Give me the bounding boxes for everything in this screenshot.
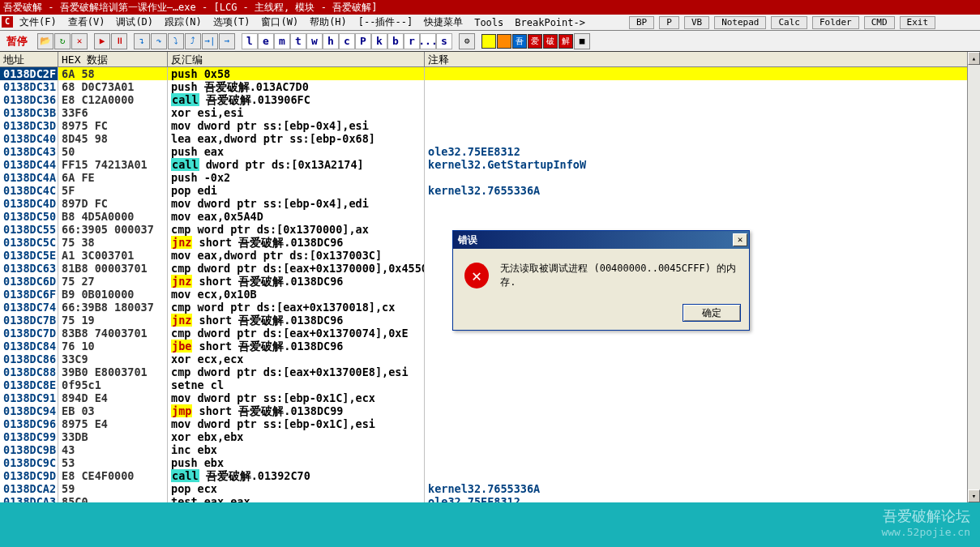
top-p-button[interactable]: P <box>659 16 679 29</box>
toolbar-letter-r[interactable]: r <box>404 33 420 49</box>
toolbar-extra-icon[interactable]: ■ <box>574 33 590 49</box>
disasm-row[interactable]: 0138DC8E0f95c1setne cl <box>0 378 980 391</box>
toolbar-tillret-icon[interactable]: →| <box>202 33 218 49</box>
disasm-row[interactable]: 0138DC2F6A 58push 0x58 <box>0 67 980 80</box>
disasm-row[interactable]: 0138DC3168 D0C73A01push 吾爱破解.013AC7D0 <box>0 80 980 93</box>
dialog-close-button[interactable]: ✕ <box>733 233 747 246</box>
top-vb-button[interactable]: VB <box>684 16 709 29</box>
cell-disasm: xor ebx,ebx <box>168 430 425 443</box>
toolbar-letter-e[interactable]: e <box>258 33 274 49</box>
disasm-row[interactable]: 0138DC4D897D FCmov dword ptr ss:[ebp-0x4… <box>0 197 980 210</box>
disasm-row[interactable]: 0138DC3D8975 FCmov dword ptr ss:[ebp-0x4… <box>0 119 980 132</box>
disasm-row[interactable]: 0138DC9933DBxor ebx,ebx <box>0 430 980 443</box>
menu-debug[interactable]: 调试(D) <box>111 15 158 29</box>
column-headers: 地址 HEX 数据 反汇编 注释 <box>0 52 980 67</box>
header-hex[interactable]: HEX 数据 <box>58 52 168 66</box>
toolbar-close-icon[interactable]: ✕ <box>71 33 88 49</box>
disasm-row[interactable]: 0138DC8476 10jbe short 吾爱破解.0138DC96 <box>0 340 980 353</box>
top-exit-button[interactable]: Exit <box>900 16 936 29</box>
menu-trace[interactable]: 跟踪(N) <box>160 15 207 29</box>
toolbar-traceover-icon[interactable]: ⤴ <box>185 33 201 49</box>
menu-plugins[interactable]: [--插件--] <box>353 15 417 29</box>
toolbar-run-icon[interactable]: ▶ <box>94 33 110 49</box>
cell-address: 0138DC8E <box>0 378 58 391</box>
disasm-row[interactable]: 0138DC408D45 98lea eax,dword ptr ss:[ebp… <box>0 132 980 145</box>
disasm-row[interactable]: 0138DC4A6A FEpush -0x2 <box>0 171 980 184</box>
top-folder-button[interactable]: Folder <box>812 16 859 29</box>
cell-disasm: inc ebx <box>168 443 425 456</box>
header-comment[interactable]: 注释 <box>425 52 980 66</box>
debug-status: 暂停 <box>3 34 31 49</box>
toolbar-color-5[interactable]: 破 <box>543 34 558 49</box>
toolbar-letter-h[interactable]: h <box>323 33 339 49</box>
disasm-row[interactable]: 0138DC4350push eaxole32.75EE8312 <box>0 145 980 158</box>
menu-options[interactable]: 选项(T) <box>208 15 255 29</box>
header-disasm[interactable]: 反汇编 <box>168 52 425 66</box>
toolbar-letter-w[interactable]: w <box>306 33 323 49</box>
cell-address: 0138DC50 <box>0 210 58 223</box>
disasm-row[interactable]: 0138DC8633C9xor ecx,ecx <box>0 353 980 365</box>
toolbar-color-4[interactable]: 爱 <box>528 34 542 49</box>
toolbar-stepinto-icon[interactable]: ↴ <box>134 33 150 49</box>
top-notepad-button[interactable]: Notepad <box>714 16 766 29</box>
disasm-row[interactable]: 0138DC36E8 C12A0000call 吾爱破解.013906FC <box>0 93 980 106</box>
menu-window[interactable]: 窗口(W) <box>256 15 303 29</box>
scroll-down-icon[interactable]: ▾ <box>968 489 980 502</box>
disasm-row[interactable]: 0138DC94EB 03jmp short 吾爱破解.0138DC99 <box>0 404 980 417</box>
menu-breakpoint[interactable]: BreakPoint-> <box>510 17 590 28</box>
disasm-row[interactable]: 0138DC91894D E4mov dword ptr ss:[ebp-0x1… <box>0 391 980 404</box>
top-cmd-button[interactable]: CMD <box>864 16 895 29</box>
toolbar-letter-l[interactable]: l <box>242 33 258 49</box>
toolbar-letter-m[interactable]: m <box>274 33 290 49</box>
dialog-titlebar[interactable]: 错误 ✕ <box>453 231 749 249</box>
toolbar-letter-s[interactable]: s <box>436 33 452 49</box>
toolbar-color-6[interactable]: 解 <box>558 34 573 49</box>
disasm-row[interactable]: 0138DC9B43inc ebx <box>0 443 980 456</box>
disasm-row[interactable]: 0138DCA259pop ecxkernel32.7655336A <box>0 482 980 495</box>
disasm-row[interactable]: 0138DC9C53push ebx <box>0 456 980 469</box>
cell-hex: 33DB <box>58 430 168 443</box>
toolbar-traceinto-icon[interactable]: ⤵ <box>168 33 184 49</box>
dialog-ok-button[interactable]: 确定 <box>683 304 741 322</box>
toolbar-stepover-icon[interactable]: ↷ <box>151 33 167 49</box>
cell-comment <box>425 80 980 93</box>
toolbar-open-icon[interactable]: 📂 <box>37 33 53 49</box>
cell-disasm: xor ecx,ecx <box>168 353 425 365</box>
menu-help[interactable]: 帮助(H) <box>305 15 352 29</box>
toolbar-pause-icon[interactable]: ⏸ <box>111 33 127 49</box>
toolbar-color-3[interactable]: 吾 <box>512 34 527 49</box>
disasm-row[interactable]: 0138DC44FF15 74213A01call dword ptr ds:[… <box>0 158 980 171</box>
toolbar-tilluser-icon[interactable]: → <box>219 33 235 49</box>
cell-comment <box>425 404 980 417</box>
cell-hex: 83B8 74003701 <box>58 327 168 340</box>
top-bp-button[interactable]: BP <box>629 16 654 29</box>
menu-view[interactable]: 查看(V) <box>63 15 110 29</box>
menu-file[interactable]: 文件(F) <box>15 15 62 29</box>
toolbar-letter-P[interactable]: P <box>355 33 371 49</box>
cell-disasm: xor esi,esi <box>168 106 425 119</box>
menu-tools[interactable]: Tools <box>469 17 508 28</box>
scroll-up-icon[interactable]: ▴ <box>968 52 980 65</box>
vertical-scrollbar[interactable]: ▴ ▾ <box>967 52 980 502</box>
toolbar-letter-c[interactable]: c <box>339 33 355 49</box>
toolbar-color-1[interactable] <box>481 34 496 49</box>
toolbar-letter-k[interactable]: k <box>371 33 387 49</box>
toolbar-settings-icon[interactable]: ⚙ <box>459 33 475 49</box>
disasm-row[interactable]: 0138DC4C5Fpop edikernel32.7655336A <box>0 184 980 197</box>
toolbar-letter-...[interactable]: ... <box>420 33 436 49</box>
toolbar-color-2[interactable] <box>497 34 511 49</box>
toolbar-letter-t[interactable]: t <box>290 33 306 49</box>
disasm-row[interactable]: 0138DC968975 E4mov dword ptr ss:[ebp-0x1… <box>0 417 980 430</box>
disasm-row[interactable]: 0138DC8839B0 E8003701cmp dword ptr ds:[e… <box>0 365 980 378</box>
menu-shortcut[interactable]: 快捷菜单 <box>419 15 468 29</box>
header-address[interactable]: 地址 <box>0 52 58 66</box>
toolbar-restart-icon[interactable]: ↻ <box>54 33 71 49</box>
toolbar-letter-b[interactable]: b <box>387 33 404 49</box>
dialog-message: 无法读取被调试进程 (00400000..0045CFFF) 的内存. <box>500 262 738 289</box>
cell-hex: A1 3C003701 <box>58 249 168 262</box>
cell-address: 0138DC31 <box>0 80 58 93</box>
top-calc-button[interactable]: Calc <box>771 16 807 29</box>
disasm-row[interactable]: 0138DC3B33F6xor esi,esi <box>0 106 980 119</box>
disasm-row[interactable]: 0138DC50B8 4D5A0000mov eax,0x5A4D <box>0 210 980 223</box>
disasm-row[interactable]: 0138DC9DE8 CE4F0000call 吾爱破解.01392C70 <box>0 469 980 482</box>
